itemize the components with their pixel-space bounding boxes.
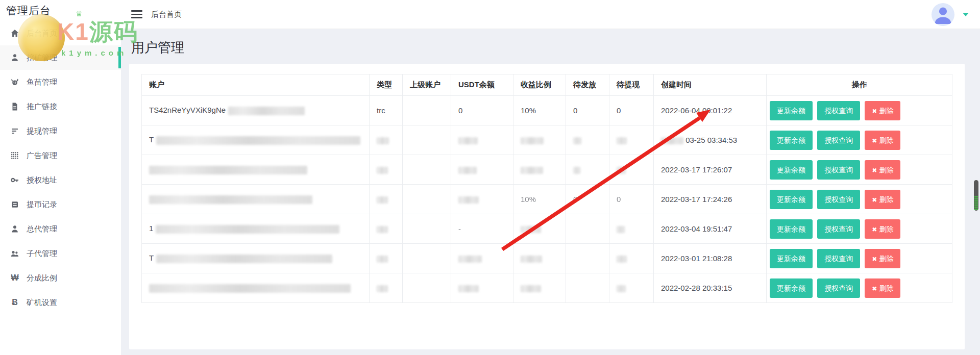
sidebar-item-coin-records[interactable]: 提币记录 [0, 192, 121, 217]
sidebar-item-miner-settings[interactable]: Ƀ 矿机设置 [0, 290, 121, 315]
cell-parent [403, 273, 451, 303]
cell-pending-issue [566, 273, 609, 303]
cell-created-at: 2022-02-28 20:33:15 [654, 273, 767, 303]
cell-created-at: 03-25 03:34:53 [654, 125, 767, 155]
auth-query-button[interactable]: 授权查询 [817, 190, 860, 209]
cell-ratio: 10% [513, 185, 566, 214]
censored-block [458, 196, 479, 204]
sidebar-item-sub-agent[interactable]: 子代管理 [0, 241, 121, 266]
app-window: 管理后台 后台首页 挖矿管理 鱼苗管理 [0, 0, 980, 355]
sidebar-item-auth-address[interactable]: 授权地址 [0, 168, 121, 192]
sidebar-item-share-ratio[interactable]: ₩ 分成比例 [0, 266, 121, 290]
scrollbar-thumb[interactable] [974, 180, 978, 211]
x-icon: ✖ [872, 285, 877, 292]
cell-ratio [513, 244, 566, 273]
censored-block [617, 226, 625, 233]
col-parent-account: 上级账户 [403, 74, 451, 96]
cell-pending-withdraw [609, 125, 654, 155]
censored-block [149, 166, 307, 174]
menu-toggle-icon[interactable] [131, 10, 142, 18]
censored-block [661, 137, 683, 144]
sidebar-item-label: 广告管理 [27, 151, 57, 161]
update-balance-button[interactable]: 更新余额 [770, 219, 813, 239]
cell-actions: 更新余额 授权查询 ✖删除 [767, 96, 952, 125]
table-row: T 03-25 03:34:53 更新余额 授权查询 ✖删除 [142, 125, 952, 155]
sidebar-item-general-agent[interactable]: 总代管理 [0, 217, 121, 241]
censored-block [156, 136, 360, 145]
delete-button[interactable]: ✖删除 [865, 190, 900, 209]
update-balance-button[interactable]: 更新余额 [770, 278, 813, 298]
cell-ratio [513, 155, 566, 185]
table-row: 10% 0 0 2022-03-17 17:24:26 更新余额 授权查询 ✖删… [142, 185, 952, 214]
sidebar-item-home[interactable]: 后台首页 [0, 21, 121, 45]
sidebar-item-label: 后台首页 [27, 29, 57, 38]
delete-button[interactable]: ✖删除 [865, 101, 900, 120]
cell-actions: 更新余额 授权查询 ✖删除 [767, 185, 952, 214]
cell-pending-withdraw: 0 [609, 96, 654, 125]
censored-block [617, 137, 627, 144]
cell-pending-withdraw [609, 273, 654, 303]
censored-block [521, 256, 542, 263]
sidebar-item-label: 总代管理 [27, 224, 57, 234]
delete-button[interactable]: ✖删除 [865, 219, 900, 239]
cell-pending-issue [566, 214, 609, 244]
sidebar-item-label: 提现管理 [27, 126, 57, 136]
sidebar-item-withdraw-mgmt[interactable]: 提现管理 [0, 119, 121, 143]
sidebar-item-mining[interactable]: 挖矿管理 [0, 45, 121, 70]
censored-block [377, 137, 389, 144]
cell-usdt [451, 244, 513, 273]
cell-type [370, 214, 403, 244]
delete-button[interactable]: ✖删除 [865, 160, 900, 180]
bitcoin-icon: Ƀ [10, 298, 19, 307]
auth-query-button[interactable]: 授权查询 [817, 101, 860, 120]
update-balance-button[interactable]: 更新余额 [770, 249, 813, 268]
delete-button[interactable]: ✖删除 [865, 278, 900, 298]
content-area: 用户管理 账户 类型 上级账户 USDT余额 收益比例 [121, 29, 980, 355]
cell-account: TS42nReYyVXiK9gNe [142, 96, 370, 125]
cell-account: 1 [142, 214, 370, 244]
censored-block [521, 226, 541, 233]
auth-query-button[interactable]: 授权查询 [817, 249, 860, 268]
cell-created-at: 2022-03-17 17:26:07 [654, 155, 767, 185]
auth-query-button[interactable]: 授权查询 [817, 160, 860, 180]
delete-button[interactable]: ✖删除 [865, 249, 900, 268]
cell-pending-issue [566, 244, 609, 273]
col-pending-withdraw: 待提现 [609, 74, 654, 96]
cell-account [142, 185, 370, 214]
auth-query-button[interactable]: 授权查询 [817, 131, 860, 150]
topbar-right [932, 3, 972, 26]
key-icon [10, 175, 19, 185]
sidebar-item-fry[interactable]: 鱼苗管理 [0, 70, 121, 94]
sidebar-item-promo-link[interactable]: 推广链接 [0, 94, 121, 119]
won-icon: ₩ [10, 273, 19, 283]
chevron-down-icon[interactable] [963, 13, 969, 16]
censored-block [617, 285, 626, 292]
cell-account: T [142, 125, 370, 155]
sidebar-item-ads[interactable]: 广告管理 [0, 143, 121, 168]
auth-query-button[interactable]: 授权查询 [817, 219, 860, 239]
delete-button[interactable]: ✖删除 [865, 131, 900, 150]
auth-query-button[interactable]: 授权查询 [817, 278, 860, 298]
x-icon: ✖ [872, 256, 877, 263]
avatar[interactable] [932, 3, 954, 26]
cow-icon [10, 78, 19, 87]
censored-block [149, 195, 312, 204]
update-balance-button[interactable]: 更新余额 [770, 160, 813, 180]
cell-pending-withdraw [609, 244, 654, 273]
cell-parent [403, 244, 451, 273]
censored-block [377, 226, 388, 233]
breadcrumb[interactable]: 后台首页 [151, 10, 182, 19]
update-balance-button[interactable]: 更新余额 [770, 131, 813, 150]
table-header-row: 账户 类型 上级账户 USDT余额 收益比例 待发放 待提现 创建时间 操作 [142, 74, 952, 96]
cell-usdt [451, 185, 513, 214]
cell-created-at: 2022-03-04 19:51:47 [654, 214, 767, 244]
censored-block [156, 255, 332, 263]
update-balance-button[interactable]: 更新余额 [770, 101, 813, 120]
cell-usdt: 0 [451, 96, 513, 125]
censored-block [458, 137, 478, 144]
update-balance-button[interactable]: 更新余额 [770, 190, 813, 209]
dots-grid-icon [10, 151, 19, 160]
table-row: 1 - 2022-03-04 19:51:47 更新余额 授权查询 [142, 214, 952, 244]
cell-actions: 更新余额 授权查询 ✖删除 [767, 214, 952, 244]
cell-actions: 更新余额 授权查询 ✖删除 [767, 273, 952, 303]
